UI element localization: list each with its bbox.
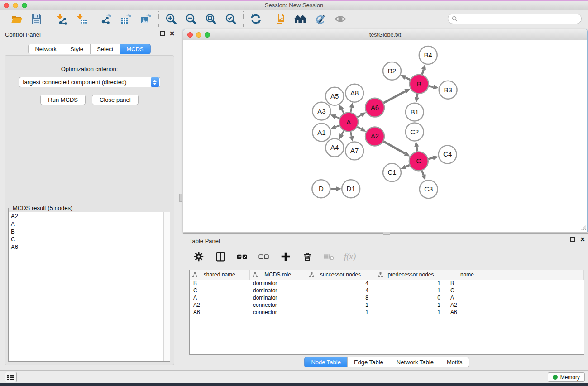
vertical-split-handle[interactable] [179,194,182,202]
export-table-icon[interactable] [120,12,133,26]
graph-node-B1[interactable]: B1 [406,103,424,121]
graph-edge-A-A6[interactable] [357,115,361,117]
run-mcds-button[interactable]: Run MCDS [40,95,86,105]
table-row[interactable]: Cdominator41C [190,287,584,294]
import-network-icon[interactable] [55,12,68,26]
graph-node-C3[interactable]: C3 [420,180,438,198]
tab-mcds[interactable]: MCDS [120,44,150,54]
graph-node-A7[interactable]: A7 [345,142,363,160]
graph-edge-A-A1[interactable] [335,125,339,127]
tab-network[interactable]: Network [28,44,63,54]
graph-node-D[interactable]: D [312,180,330,198]
graph-edge-A-A2[interactable] [357,127,361,129]
graph-node-B3[interactable]: B3 [439,81,457,99]
unselect-all-icon[interactable] [257,250,271,263]
graph-edge-B-B3[interactable] [429,86,433,87]
select-all-icon[interactable] [235,250,249,263]
graph-edge-A6-B[interactable] [383,91,405,103]
search-input[interactable] [460,16,578,22]
show-graphics-details-icon[interactable] [334,12,347,26]
graph-node-A4[interactable]: A4 [325,138,344,157]
graph-edge-A-A8[interactable] [351,108,352,112]
add-row-icon[interactable] [279,250,292,263]
graph-edge-A-A7[interactable] [351,132,352,136]
refresh-view-icon[interactable] [249,12,263,26]
table-row[interactable]: Adominator80A [190,294,584,301]
graph-edge-C-C1[interactable] [406,165,409,167]
graph-node-D1[interactable]: D1 [342,180,360,198]
settings-gear-icon[interactable] [192,250,206,263]
graph-node-C[interactable]: C [409,152,428,171]
zoom-out-icon[interactable] [184,12,198,26]
node-table[interactable]: shared nameMCDS rolesuccessor nodesprede… [189,270,584,355]
column-header-name[interactable]: name [447,270,488,280]
graph-node-A2[interactable]: A2 [365,127,384,146]
save-session-icon[interactable] [30,12,43,26]
result-list-item[interactable]: C [9,235,169,243]
close-table-panel-icon[interactable]: ✕ [580,237,585,242]
graph-node-C1[interactable]: C1 [383,163,401,181]
horizontal-splitter[interactable] [183,233,588,234]
mcds-result-list[interactable]: A2ABCA6 [9,212,169,361]
search-field[interactable] [448,14,582,24]
graph-edge-C-C4[interactable] [428,158,433,159]
column-header-successor-nodes[interactable]: successor nodes [306,270,375,280]
graph-node-A3[interactable]: A3 [312,102,330,120]
graph-edge-A-A5[interactable] [342,110,344,114]
tab-edge-table[interactable]: Edge Table [347,357,390,367]
zoom-in-icon[interactable] [164,12,178,26]
result-scrollbar[interactable] [163,212,170,361]
graph-node-A5[interactable]: A5 [325,87,344,105]
network-canvas[interactable]: B4B2BB3A8A5A6A3B1AC2A1A2A4A7C4CC1C3DD1 [184,40,587,231]
close-panel-icon[interactable]: ✕ [169,31,175,36]
table-row[interactable]: A6connector11A6 [190,309,584,316]
result-list-item[interactable]: B [9,228,169,235]
delete-row-icon[interactable] [301,250,314,263]
graph-edge-B-B1[interactable] [417,94,417,97]
table-header-row[interactable]: shared nameMCDS rolesuccessor nodesprede… [190,270,584,280]
float-panel-icon[interactable] [160,31,165,36]
result-list-item[interactable]: A [9,220,169,228]
export-network-icon[interactable] [100,12,113,26]
tab-network-table[interactable]: Network Table [390,357,440,367]
task-history-button[interactable] [5,372,17,382]
show-column-icon[interactable] [214,250,227,263]
splitter-handle[interactable] [383,232,390,235]
float-table-panel-icon[interactable] [570,237,575,242]
table-row[interactable]: Bdominator41B [190,280,584,287]
import-table-icon[interactable] [75,12,88,26]
graph-node-C2[interactable]: C2 [406,123,424,141]
graph-node-B2[interactable]: B2 [383,62,401,80]
graph-edge-B-B2[interactable] [406,77,410,80]
column-header-shared-name[interactable]: shared name [190,270,249,280]
export-image-icon[interactable] [139,12,153,26]
resize-grip-icon[interactable] [579,224,586,230]
graph-edge-A-A3[interactable] [335,117,339,119]
graph-node-B[interactable]: B [410,75,429,94]
zoom-selected-icon[interactable] [224,12,238,26]
column-header-MCDS-role[interactable]: MCDS role [249,270,306,280]
criterion-dropdown[interactable]: largest connected component (directed) [19,77,160,87]
graph-edge-A2-C[interactable] [383,141,405,153]
network-window-titlebar[interactable]: testGlobe.txt [183,29,587,40]
graph-edge-C-C3[interactable] [422,171,424,175]
graph-node-A8[interactable]: A8 [345,84,363,102]
graph-edge-A-A4[interactable] [342,131,344,135]
tab-node-table[interactable]: Node Table [304,357,347,367]
graph-node-C4[interactable]: C4 [439,145,457,163]
graph-edge-B-B4[interactable] [422,69,424,74]
column-header-predecessor-nodes[interactable]: predecessor nodes [375,270,447,280]
graph-edge-C-C2[interactable] [416,147,417,151]
graph-node-B4[interactable]: B4 [419,46,437,64]
graph-node-A1[interactable]: A1 [312,124,330,142]
memory-button[interactable]: Memory [548,372,585,382]
tab-select[interactable]: Select [90,44,120,54]
home-icon[interactable] [294,12,307,26]
graph-node-A[interactable]: A [339,113,358,132]
table-row[interactable]: A2connector11A2 [190,301,584,309]
clone-network-icon[interactable] [274,12,287,26]
zoom-fit-icon[interactable] [204,12,218,26]
hide-labels-icon[interactable] [314,12,327,26]
tab-motifs[interactable]: Motifs [440,357,469,367]
tab-style[interactable]: Style [63,44,90,54]
